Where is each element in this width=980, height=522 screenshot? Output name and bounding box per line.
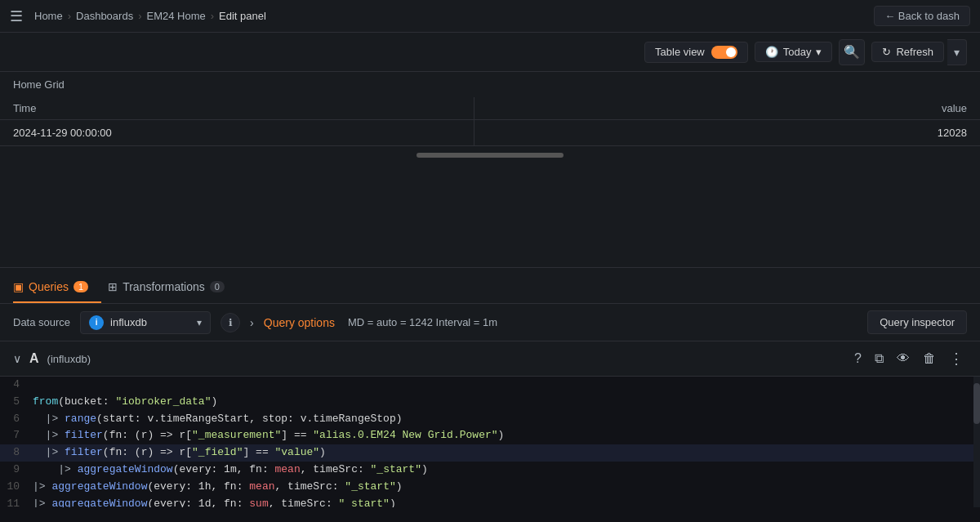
topbar: ☰ Home › Dashboards › EM24 Home › Edit p… (0, 0, 980, 33)
back-to-dash-button[interactable]: ← Back to dash (874, 6, 970, 26)
code-line-8: 8 |> filter(fn: (r) => r["_field"] == "v… (0, 444, 980, 462)
scroll-bar (416, 153, 564, 158)
query-editor-area: ∨ A (influxdb) ? ⧉ 👁 🗑 ⋮ 4 5 from(bucket… (0, 341, 980, 507)
query-more-button[interactable]: ⋮ (946, 348, 967, 369)
query-delete-button[interactable]: 🗑 (920, 350, 939, 368)
line-num-9: 9 (0, 462, 33, 479)
query-copy-button[interactable]: ⧉ (871, 350, 887, 368)
code-line-4: 4 (0, 377, 980, 394)
code-line-7: 7 |> filter(fn: (r) => r["_measurement"]… (0, 427, 980, 444)
query-meta: MD = auto = 1242 Interval = 1m (348, 316, 497, 328)
line-num-8: 8 (0, 444, 33, 462)
time-range-button[interactable]: 🕐 Today ▾ (755, 42, 833, 62)
datasource-name: influxdb (110, 316, 190, 328)
line-num-10: 10 (0, 479, 33, 496)
query-header: ∨ A (influxdb) ? ⧉ 👁 🗑 ⋮ (0, 341, 980, 377)
query-help-button[interactable]: ? (851, 350, 865, 368)
table-view-toggle[interactable]: Table view (644, 42, 748, 63)
code-editor[interactable]: 4 5 from(bucket: "iobroker_data") 6 |> r… (0, 377, 980, 507)
query-options-chevron-icon: › (250, 316, 254, 329)
query-options-label: Query options (264, 316, 335, 329)
code-line-11: 11 |> aggregateWindow(every: 1d, fn: sum… (0, 496, 980, 507)
zoom-out-button[interactable]: 🔍 (839, 39, 865, 65)
editor-scrollbar-thumb (973, 383, 980, 424)
line-num-6: 6 (0, 411, 33, 428)
scroll-indicator (0, 146, 980, 164)
breadcrumb-home[interactable]: Home (34, 10, 63, 22)
clock-icon: 🕐 (765, 46, 778, 58)
refresh-button[interactable]: ↻ Refresh (871, 42, 944, 62)
datasource-label: Data source (13, 316, 70, 328)
line-content-11: |> aggregateWindow(every: 1d, fn: sum, t… (33, 496, 980, 507)
code-line-5: 5 from(bucket: "iobroker_data") (0, 394, 980, 411)
topbar-right: ← Back to dash (874, 6, 970, 26)
tab-queries-label: Queries (29, 280, 69, 293)
table-view-switch[interactable] (711, 46, 737, 59)
code-editor-wrapper: 4 5 from(bucket: "iobroker_data") 6 |> r… (0, 377, 980, 507)
sep-1: › (68, 10, 71, 22)
query-actions: ? ⧉ 👁 🗑 ⋮ (851, 348, 967, 369)
table-header-value: value (474, 97, 980, 120)
query-expand-button[interactable]: ∨ (13, 352, 21, 365)
queries-db-icon: ▣ (13, 280, 24, 293)
line-num-11: 11 (0, 496, 33, 507)
datasource-row: Data source i influxdb ▾ ℹ › Query optio… (0, 304, 980, 341)
table-view-label: Table view (655, 46, 705, 58)
tab-queries-badge: 1 (74, 281, 88, 292)
line-num-4: 4 (0, 377, 33, 394)
code-line-6: 6 |> range(start: v.timeRangeStart, stop… (0, 411, 980, 428)
tab-queries[interactable]: ▣ Queries 1 (13, 272, 101, 303)
datasource-select[interactable]: i influxdb ▾ (80, 311, 211, 334)
line-content-5: from(bucket: "iobroker_data") (33, 394, 980, 411)
line-content-8: |> filter(fn: (r) => r["_field"] == "val… (33, 444, 980, 462)
topbar-left: ☰ Home › Dashboards › EM24 Home › Edit p… (10, 7, 266, 25)
breadcrumb-edit-panel: Edit panel (219, 10, 266, 22)
tab-transformations-label: Transformations (122, 280, 205, 293)
line-num-7: 7 (0, 427, 33, 444)
tabs-bar: ▣ Queries 1 ⊞ Transformations 0 (0, 268, 980, 304)
query-inspector-button[interactable]: Query inspector (867, 310, 967, 334)
today-chevron-icon: ▾ (816, 46, 822, 58)
query-letter: A (29, 351, 39, 366)
code-line-10: 10 |> aggregateWindow(every: 1h, fn: mea… (0, 479, 980, 496)
line-content-9: |> aggregateWindow(every: 1m, fn: mean, … (33, 462, 980, 479)
sep-2: › (138, 10, 141, 22)
refresh-icon: ↻ (882, 46, 891, 58)
info-icon[interactable]: ℹ (220, 313, 240, 332)
sep-3: › (211, 10, 214, 22)
table-cell-value: 12028 (474, 120, 980, 146)
data-table: Time value 2024-11-29 00:00:00 12028 (0, 97, 980, 146)
tab-transformations[interactable]: ⊞ Transformations 0 (108, 272, 238, 303)
toolbar: Table view 🕐 Today ▾ 🔍 ↻ Refresh ▾ (0, 33, 980, 72)
table-row: 2024-11-29 00:00:00 12028 (0, 120, 980, 146)
query-eye-button[interactable]: 👁 (893, 350, 913, 368)
tab-transformations-badge: 0 (210, 281, 225, 292)
zoom-icon: 🔍 (844, 44, 860, 60)
breadcrumb-em24[interactable]: EM24 Home (146, 10, 205, 22)
refresh-dropdown-button[interactable]: ▾ (947, 39, 967, 65)
line-content-6: |> range(start: v.timeRangeStart, stop: … (33, 411, 980, 428)
line-content-10: |> aggregateWindow(every: 1h, fn: mean, … (33, 479, 980, 496)
preview-area: Home Grid Time value 2024-11-29 00:00:00… (0, 72, 980, 268)
section-title: Home Grid (0, 72, 980, 97)
hamburger-icon[interactable]: ☰ (10, 7, 23, 25)
transformations-icon: ⊞ (108, 280, 118, 293)
today-label: Today (783, 46, 812, 58)
code-line-9: 9 |> aggregateWindow(every: 1m, fn: mean… (0, 462, 980, 479)
table-header-time: Time (0, 97, 474, 120)
breadcrumb-dashboards[interactable]: Dashboards (76, 10, 133, 22)
query-options-button[interactable]: Query options (264, 316, 335, 329)
editor-scrollbar-track (973, 377, 980, 507)
datasource-chevron-icon: ▾ (197, 317, 202, 328)
line-content-7: |> filter(fn: (r) => r["_measurement"] =… (33, 427, 980, 444)
line-num-5: 5 (0, 394, 33, 411)
query-source-label: (influxdb) (47, 353, 91, 365)
refresh-label: Refresh (896, 46, 933, 58)
table-cell-time: 2024-11-29 00:00:00 (0, 120, 474, 146)
datasource-icon: i (89, 315, 104, 330)
